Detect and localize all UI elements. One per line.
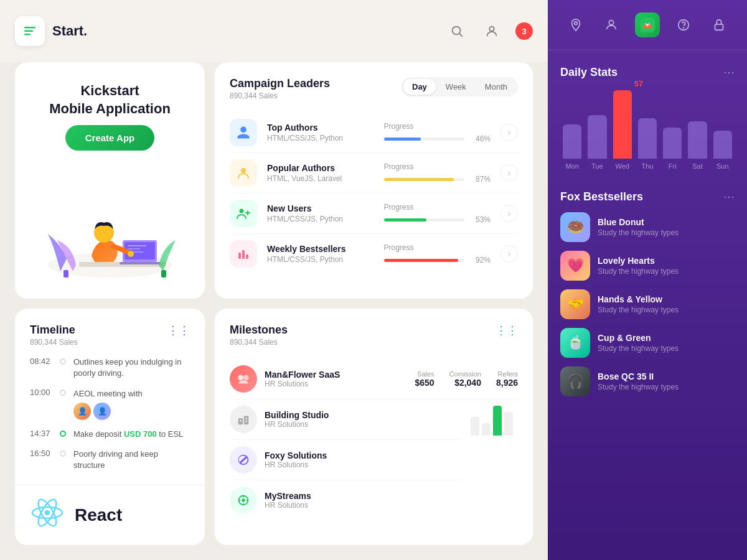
logo-text: Start.: [52, 23, 87, 39]
cup-green-name: Cup & Green: [598, 333, 735, 343]
manflower-stats: Sales $650 Comission $2,040 Refers 8,926: [415, 370, 518, 388]
product-row-bose[interactable]: 🎧 Bose QC 35 II Study the highway types: [560, 366, 735, 396]
product-row-lovely-hearts[interactable]: 💗 Lovely Hearts Study the highway types: [560, 251, 735, 281]
foxy-info: Foxy Solutions HR Solutions: [265, 450, 461, 469]
manflower-refers: Refers 8,926: [496, 370, 518, 388]
nav-icon-location[interactable]: [563, 12, 588, 37]
svg-rect-20: [238, 253, 241, 259]
fox-bestsellers-title: Fox Bestsellers: [560, 190, 643, 203]
milestone-row-mystreams: MyStreams HR Solutions: [230, 480, 461, 520]
hands-yellow-thumb: 🤝: [560, 289, 590, 319]
react-label: React: [75, 505, 122, 525]
campaign-row-weekly-bestsellers: Weekly Bestsellers HTML/CSS/JS, Python P…: [230, 234, 518, 274]
tab-month[interactable]: Month: [476, 79, 516, 95]
search-icon[interactable]: [446, 20, 468, 42]
manflower-sub: HR Solutions: [265, 380, 407, 388]
svg-rect-11: [120, 262, 160, 264]
top-authors-progress: Progress 46%: [384, 122, 491, 143]
lovely-hearts-name: Lovely Hearts: [598, 256, 735, 266]
milestones-subtitle: 890,344 Sales: [230, 338, 288, 347]
hands-yellow-sub: Study the highway types: [598, 306, 735, 314]
campaign-card: Campaign Leaders 890,344 Sales Day Week …: [215, 62, 533, 299]
building-studio-info: Building Studio HR Solutions: [265, 410, 461, 429]
fox-bestsellers-header: Fox Bestsellers ⋯: [560, 190, 735, 203]
daily-stats-title: Daily Stats: [560, 66, 618, 79]
weekly-bestsellers-info: Weekly Bestsellers HTML/CSS/JS, Python: [267, 244, 374, 264]
lovely-hearts-info: Lovely Hearts Study the highway types: [598, 256, 735, 276]
hands-yellow-info: Hands & Yellow Study the highway types: [598, 294, 735, 314]
new-users-name: New Users: [267, 203, 374, 213]
kickstart-card: Kickstart Mobile Application Create App: [15, 62, 205, 299]
nav-icon-lock[interactable]: [707, 12, 731, 37]
timeline-card-header: Timeline 890,344 Sales ⋮⋮: [30, 324, 190, 347]
bose-sub: Study the highway types: [598, 383, 735, 391]
blue-donut-name: Blue Donut: [598, 217, 735, 227]
blue-donut-thumb: 🍩: [560, 212, 590, 242]
mystreams-icon: [230, 487, 257, 514]
svg-point-37: [609, 21, 614, 25]
svg-rect-32: [246, 418, 247, 419]
tab-week[interactable]: Week: [437, 79, 475, 95]
header-actions: 3: [446, 20, 533, 42]
sidebar-nav: [548, 0, 747, 50]
create-app-button[interactable]: Create App: [65, 125, 154, 151]
svg-rect-30: [244, 416, 248, 425]
user-icon[interactable]: [481, 20, 503, 42]
popular-authors-tech: HTML, VueJS, Laravel: [267, 174, 374, 183]
svg-rect-13: [128, 248, 140, 250]
building-studio-sub: HR Solutions: [265, 420, 461, 429]
weekly-bestsellers-name: Weekly Bestsellers: [267, 244, 374, 254]
fox-bestsellers-expand[interactable]: ⋯: [723, 190, 735, 203]
foxy-sub: HR Solutions: [265, 460, 461, 469]
new-users-info: New Users HTML/CSS/JS, Python: [267, 203, 374, 223]
nav-icon-question[interactable]: [671, 12, 696, 37]
product-row-blue-donut[interactable]: 🍩 Blue Donut Study the highway types: [560, 212, 735, 242]
nav-icon-user[interactable]: [599, 12, 624, 37]
weekly-bestsellers-arrow[interactable]: ›: [500, 245, 518, 263]
new-users-arrow[interactable]: ›: [500, 205, 518, 222]
svg-point-41: [646, 24, 647, 25]
blue-donut-info: Blue Donut Study the highway types: [598, 217, 735, 237]
chart-bar-fri: Fri: [663, 128, 682, 170]
manflower-icon: [230, 365, 257, 393]
fox-bestsellers-section: Fox Bestsellers ⋯ 🍩 Blue Donut Study the…: [548, 180, 747, 560]
popular-authors-name: Popular Authors: [267, 163, 374, 173]
campaign-card-header: Campaign Leaders 890,344 Sales Day Week …: [230, 77, 518, 100]
timeline-menu[interactable]: ⋮⋮: [167, 324, 190, 337]
svg-point-16: [128, 251, 134, 257]
top-authors-icon: [230, 119, 257, 146]
mystreams-info: MyStreams HR Solutions: [265, 491, 461, 510]
notification-badge[interactable]: 3: [515, 22, 533, 40]
chart-bar-sat: Sat: [688, 121, 707, 170]
daily-stats-header: Daily Stats ⋯: [560, 65, 735, 79]
timeline-item-1000: 10:00 AEOL meeting with 👤 👤: [30, 388, 190, 419]
top-authors-arrow[interactable]: ›: [500, 124, 518, 141]
milestones-title: Milestones: [230, 324, 288, 337]
right-sidebar: Daily Stats ⋯ 57 Mon Tue Wed Thu: [548, 0, 747, 560]
kickstart-title: Kickstart Mobile Application: [49, 82, 171, 118]
cup-green-thumb: 🍵: [560, 328, 590, 358]
svg-rect-2: [24, 34, 31, 35]
lovely-hearts-thumb: 💗: [560, 251, 590, 281]
nav-icon-fox-active[interactable]: [635, 12, 660, 37]
tab-day[interactable]: Day: [403, 79, 436, 95]
daily-stats-expand[interactable]: ⋯: [723, 65, 735, 79]
daily-stats-section: Daily Stats ⋯ 57 Mon Tue Wed Thu: [548, 50, 747, 180]
product-row-cup-green[interactable]: 🍵 Cup & Green Study the highway types: [560, 328, 735, 358]
svg-point-19: [240, 209, 244, 213]
bose-name: Bose QC 35 II: [598, 371, 735, 381]
campaign-subtitle: 890,344 Sales: [230, 91, 330, 100]
campaign-title: Campaign Leaders: [230, 77, 330, 90]
content-grid: Kickstart Mobile Application Create App: [0, 62, 548, 560]
milestones-menu[interactable]: ⋮⋮: [496, 324, 518, 337]
chart-bar-sun: Sun: [713, 131, 732, 170]
bose-thumb: 🎧: [560, 366, 590, 396]
kickstart-illustration: [42, 184, 179, 284]
product-row-hands-yellow[interactable]: 🤝 Hands & Yellow Study the highway types: [560, 289, 735, 319]
header-logo: Start.: [15, 16, 87, 46]
popular-authors-arrow[interactable]: ›: [500, 164, 518, 182]
svg-rect-21: [242, 250, 245, 259]
timeline-avatars: 👤 👤: [73, 403, 143, 420]
svg-point-18: [241, 168, 246, 173]
weekly-bestsellers-icon: [230, 240, 257, 268]
